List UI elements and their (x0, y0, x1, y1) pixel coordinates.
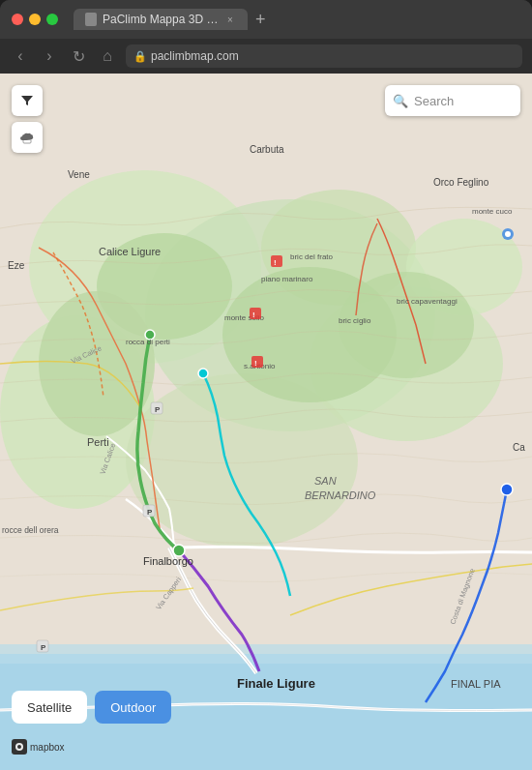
map-svg: Vene Carbuta Orco Feglino Eze Calice Lig… (0, 74, 532, 770)
svg-text:Orco Feglino: Orco Feglino (433, 177, 489, 188)
maximize-button[interactable] (46, 14, 58, 25)
map-container[interactable]: Vene Carbuta Orco Feglino Eze Calice Lig… (0, 74, 532, 770)
layer-button[interactable] (12, 122, 43, 153)
forward-button[interactable]: › (39, 47, 60, 65)
svg-text:monte cuco: monte cuco (472, 207, 513, 216)
search-icon: 🔍 (393, 94, 408, 108)
svg-text:P: P (41, 643, 46, 652)
active-tab[interactable]: PaClimb Mappa 3D - Homep... × (74, 9, 248, 30)
svg-point-59 (17, 745, 21, 749)
svg-point-57 (505, 231, 511, 237)
tab-title: PaClimb Mappa 3D - Homep... (103, 13, 219, 26)
new-tab-button[interactable]: + (251, 11, 270, 28)
svg-text:bric ciglio: bric ciglio (339, 316, 371, 325)
svg-text:rocce dell orera: rocce dell orera (2, 525, 59, 535)
navigation-bar: ‹ › ↻ ⌂ 🔒 paclimbmap.com (0, 39, 532, 74)
lock-icon: 🔒 (133, 50, 147, 63)
svg-text:P: P (147, 508, 153, 517)
tab-close-button[interactable]: × (224, 13, 236, 26)
home-button[interactable]: ⌂ (97, 47, 118, 65)
svg-text:Vene: Vene (68, 169, 90, 180)
mapbox-icon (12, 739, 27, 755)
address-bar[interactable]: 🔒 paclimbmap.com (126, 44, 522, 68)
svg-rect-44 (271, 255, 282, 267)
satellite-button[interactable]: Satellite (12, 691, 87, 724)
browser-window: PaClimb Mappa 3D - Homep... × + ‹ › ↻ ⌂ … (0, 0, 532, 74)
close-button[interactable] (12, 14, 23, 25)
search-bar[interactable]: 🔍 Search (385, 85, 520, 116)
tab-bar: PaClimb Mappa 3D - Homep... × + (74, 9, 520, 30)
url-text: paclimbmap.com (151, 49, 239, 63)
svg-text:P: P (155, 405, 161, 414)
svg-text:Carbuta: Carbuta (250, 144, 284, 155)
svg-point-12 (39, 291, 155, 436)
tab-favicon (85, 13, 97, 26)
svg-rect-48 (251, 356, 263, 368)
search-placeholder: Search (414, 94, 454, 108)
svg-text:bric del frato: bric del frato (290, 252, 334, 261)
mapbox-logo: mapbox (12, 739, 65, 755)
svg-text:FINAL PIA: FINAL PIA (451, 678, 501, 690)
refresh-button[interactable]: ↻ (68, 47, 89, 66)
svg-text:SAN: SAN (314, 475, 337, 487)
filter-icon (20, 94, 34, 107)
svg-text:!: ! (274, 258, 277, 267)
svg-text:Perti: Perti (87, 436, 109, 448)
map-bottom-controls: Satellite Outdoor (12, 691, 171, 724)
title-bar: PaClimb Mappa 3D - Homep... × + (0, 0, 532, 39)
svg-text:Finale Ligure: Finale Ligure (237, 676, 315, 691)
svg-text:Ca: Ca (513, 442, 525, 453)
svg-text:Calice Ligure: Calice Ligure (99, 246, 161, 257)
svg-point-15 (198, 369, 208, 378)
svg-text:!: ! (252, 311, 255, 319)
minimize-button[interactable] (29, 14, 41, 25)
mapbox-label: mapbox (30, 742, 65, 753)
svg-text:Eze: Eze (8, 260, 25, 271)
svg-text:BERNARDINO: BERNARDINO (305, 489, 376, 501)
traffic-lights (12, 14, 58, 25)
outdoor-button[interactable]: Outdoor (95, 691, 171, 724)
svg-rect-46 (250, 308, 261, 319)
filter-button[interactable] (12, 85, 43, 116)
map-controls-left (12, 85, 43, 153)
svg-text:!: ! (254, 359, 257, 368)
svg-text:Finalborgo: Finalborgo (143, 555, 193, 567)
svg-text:bric capaventaggi: bric capaventaggi (397, 297, 458, 306)
svg-point-17 (501, 484, 513, 495)
svg-text:rocca di perti: rocca di perti (126, 338, 170, 346)
cloud-icon (19, 130, 35, 145)
back-button[interactable]: ‹ (10, 47, 31, 65)
svg-text:piano marinaro: piano marinaro (261, 275, 313, 283)
